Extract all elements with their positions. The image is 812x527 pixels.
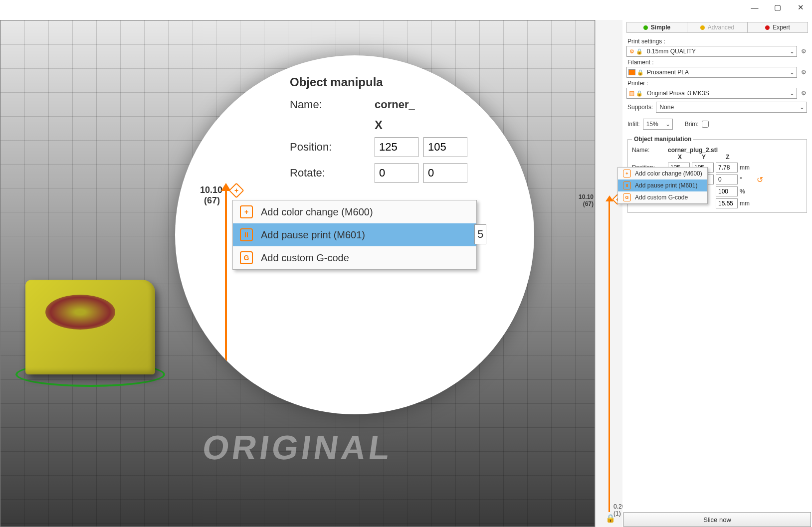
bed-brand-text: ORIGINAL (200, 428, 395, 467)
printer-combo[interactable]: ▥🔒 Original Prusa i3 MK3S ⌄ (626, 88, 797, 99)
pause-icon: II (623, 181, 631, 189)
printer-label: Printer : (627, 80, 807, 87)
dot-red-icon (765, 25, 770, 30)
om-name-label: Name: (632, 147, 668, 154)
zoom-axis-x-header: X (375, 118, 534, 132)
mode-tabs: Simple Advanced Expert (626, 22, 808, 33)
mode-tab-simple[interactable]: Simple (627, 22, 687, 32)
printer-edit-button[interactable]: ⚙ (799, 90, 808, 97)
axis-z-header: Z (716, 154, 740, 161)
zoom-rotate-y-input[interactable] (423, 163, 467, 183)
lock-icon: 🔒 (636, 48, 643, 55)
slider-top-label: 10.10 (67) (579, 193, 594, 207)
size-z-input[interactable] (716, 198, 738, 208)
print-settings-edit-button[interactable]: ⚙ (799, 48, 808, 55)
gcode-icon: G (623, 193, 631, 201)
pause-icon: II (240, 228, 253, 241)
window-minimize-button[interactable]: — (743, 0, 766, 15)
zoom-menu-add-pause-print[interactable]: II Add pause print (M601) (233, 223, 476, 246)
zoom-menu-add-color-change[interactable]: + Add color change (M600) (233, 200, 476, 223)
axis-x-header: X (668, 154, 692, 161)
filament-edit-button[interactable]: ⚙ (799, 69, 808, 76)
supports-combo[interactable]: None ⌄ (656, 102, 807, 113)
layer-slider[interactable] (609, 199, 610, 512)
settings-panel: Simple Advanced Expert Print settings : … (622, 20, 812, 527)
zoom-lens: 10.10 (67) + Object manipula Name: corne… (175, 55, 534, 414)
scale-unit: % (740, 188, 754, 195)
filament-label: Filament : (627, 59, 807, 66)
zoom-menu-add-custom-gcode[interactable]: G Add custom G-code (233, 246, 476, 269)
brim-checkbox[interactable] (702, 121, 709, 128)
layer-context-menu: + Add color change (M600) II Add pause p… (617, 167, 708, 204)
dot-yellow-icon (700, 25, 705, 30)
om-name-value: corner_plug_2.stl (668, 147, 718, 154)
zoom-rotate-label: Rotate: (290, 167, 375, 179)
filament-color-swatch (628, 69, 635, 75)
chevron-down-icon: ⌄ (798, 104, 807, 111)
layer-slider-column: 10.10 (67) + 0.20 (1) 🔒 (595, 20, 622, 527)
gcode-icon: G (240, 251, 253, 264)
chevron-down-icon: ⌄ (788, 69, 797, 76)
zoom-hidden-input-peek: 5 (474, 224, 486, 244)
rotate-z-input[interactable] (716, 175, 738, 184)
zoom-name-value: corner_ (375, 98, 415, 111)
zoom-rotate-x-input[interactable] (375, 163, 418, 183)
brim-label: Brim: (685, 121, 699, 128)
zoom-position-y-input[interactable] (423, 137, 467, 157)
slice-now-button[interactable]: Slice now (623, 512, 811, 527)
scale-z-input[interactable] (716, 186, 738, 196)
zoom-layer-context-menu: + Add color change (M600) II Add pause p… (232, 200, 477, 270)
lock-icon: 🔒 (636, 90, 643, 97)
infill-label: Infill: (627, 121, 640, 128)
dot-green-icon (643, 25, 648, 30)
slider-lock-icon[interactable]: 🔒 (606, 514, 615, 523)
print-settings-combo[interactable]: ⚙🔒 0.15mm QUALITY ⌄ (626, 46, 797, 57)
size-unit: mm (740, 200, 754, 207)
zoom-position-x-input[interactable] (375, 137, 418, 157)
axis-y-header: Y (692, 154, 716, 161)
chevron-down-icon: ⌄ (663, 121, 672, 128)
rotate-reset-button[interactable]: ↺ (757, 175, 763, 184)
zoom-section-title: Object manipula (290, 75, 534, 89)
chevron-down-icon: ⌄ (788, 90, 797, 97)
gear-icon: ⚙ (629, 48, 634, 55)
rotate-unit: ° (740, 176, 754, 183)
plus-icon: + (240, 205, 253, 218)
position-z-input[interactable] (716, 163, 738, 173)
print-settings-label: Print settings : (627, 38, 807, 45)
menu-add-custom-gcode[interactable]: G Add custom G-code (618, 191, 707, 203)
plus-icon: + (623, 170, 631, 177)
window-maximize-button[interactable]: ▢ (766, 0, 789, 15)
menu-add-pause-print[interactable]: II Add pause print (M601) (618, 179, 707, 191)
object-manipulation-legend: Object manipulation (632, 136, 693, 143)
printer-icon: ▥ (629, 90, 634, 97)
filament-combo[interactable]: 🔒 Prusament PLA ⌄ (626, 67, 797, 78)
model-object[interactable] (25, 280, 155, 374)
chevron-down-icon: ⌄ (788, 48, 797, 55)
window-close-button[interactable]: ✕ (789, 0, 812, 15)
window-titlebar: — ▢ ✕ (0, 0, 812, 20)
lock-icon: 🔒 (637, 69, 644, 76)
mode-tab-expert[interactable]: Expert (748, 22, 808, 32)
menu-add-color-change[interactable]: + Add color change (M600) (618, 168, 707, 179)
supports-label: Supports: (627, 104, 653, 111)
zoom-name-label: Name: (290, 98, 375, 111)
zoom-layer-slider[interactable] (225, 185, 227, 394)
3d-viewport[interactable]: ORIGINAL 10.10 (67) + Object manipula Na… (0, 20, 595, 527)
mode-tab-advanced[interactable]: Advanced (687, 22, 748, 32)
infill-combo[interactable]: 15% ⌄ (643, 119, 673, 130)
zoom-position-label: Position: (290, 141, 375, 154)
position-unit: mm (740, 164, 754, 171)
